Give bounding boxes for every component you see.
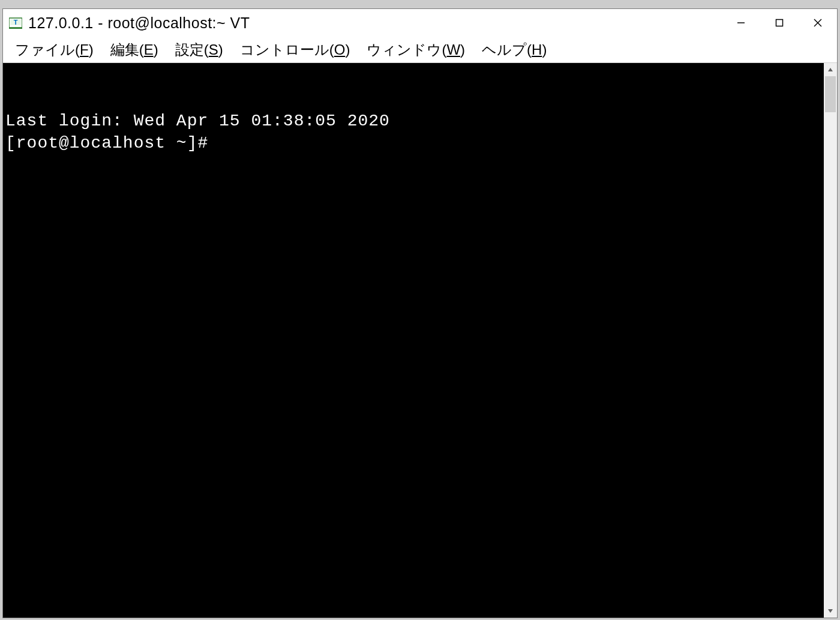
terminal-container: Last login: Wed Apr 15 01:38:05 2020[roo… <box>3 63 837 618</box>
titlebar[interactable]: T 127.0.0.1 - root@localhost:~ VT <box>3 9 837 37</box>
menu-setup[interactable]: 設定(S) <box>167 38 232 62</box>
menu-window[interactable]: ウィンドウ(W) <box>358 38 473 62</box>
scrollbar-track[interactable] <box>824 76 837 604</box>
menu-window-label: ウィンドウ <box>367 41 442 58</box>
menu-control[interactable]: コントロール(O) <box>232 38 359 62</box>
svg-marker-9 <box>828 609 833 613</box>
terminal-prompt-line: [root@localhost ~]# <box>5 132 821 155</box>
menu-window-mnemonic: W <box>446 41 460 58</box>
terminal-line: Last login: Wed Apr 15 01:38:05 2020 <box>5 110 821 133</box>
svg-text:T: T <box>14 19 18 26</box>
menu-file-mnemonic: F <box>80 41 89 58</box>
menu-help[interactable]: ヘルプ(H) <box>473 38 555 62</box>
menu-setup-label: 設定 <box>175 41 204 58</box>
svg-marker-8 <box>828 68 833 71</box>
app-window: T 127.0.0.1 - root@localhost:~ VT ファイル(F… <box>2 8 838 618</box>
app-icon: T <box>9 16 22 29</box>
menu-file[interactable]: ファイル(F) <box>7 38 102 62</box>
svg-rect-5 <box>776 20 783 26</box>
window-controls <box>722 9 837 37</box>
close-button[interactable] <box>799 9 837 37</box>
minimize-button[interactable] <box>722 9 760 37</box>
menu-edit-mnemonic: E <box>144 41 154 58</box>
window-title: 127.0.0.1 - root@localhost:~ VT <box>28 14 722 32</box>
scrollbar-thumb[interactable] <box>825 76 836 112</box>
svg-rect-3 <box>9 28 22 29</box>
menu-setup-mnemonic: S <box>209 41 218 58</box>
scroll-up-button[interactable] <box>824 63 837 76</box>
menu-control-mnemonic: O <box>334 41 346 58</box>
menu-file-label: ファイル <box>15 41 75 58</box>
maximize-button[interactable] <box>760 9 799 37</box>
menu-edit-label: 編集 <box>110 41 139 58</box>
menu-help-mnemonic: H <box>532 41 542 58</box>
vertical-scrollbar[interactable] <box>824 63 837 618</box>
menubar: ファイル(F) 編集(E) 設定(S) コントロール(O) ウィンドウ(W) ヘ… <box>3 37 837 63</box>
scroll-down-button[interactable] <box>824 604 837 618</box>
menu-edit[interactable]: 編集(E) <box>102 38 167 62</box>
terminal[interactable]: Last login: Wed Apr 15 01:38:05 2020[roo… <box>3 63 824 618</box>
menu-control-label: コントロール <box>240 41 329 58</box>
menu-help-label: ヘルプ <box>482 41 527 58</box>
